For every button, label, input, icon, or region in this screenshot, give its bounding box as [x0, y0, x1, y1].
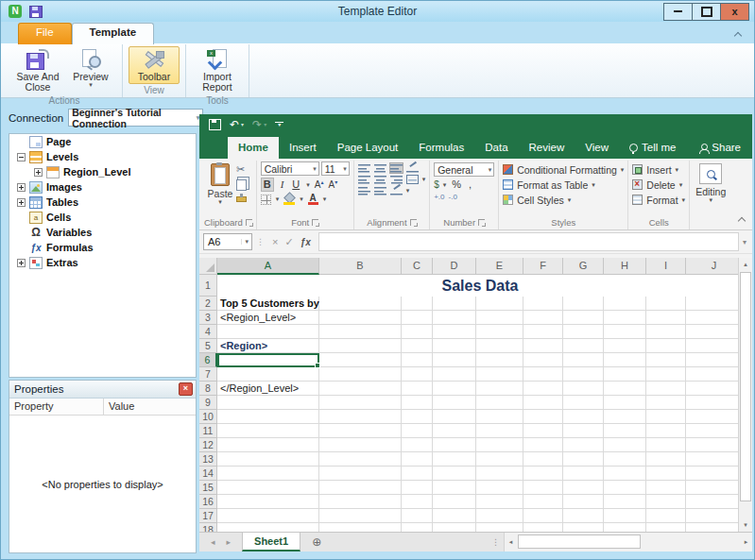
cell-G6[interactable]	[563, 353, 604, 367]
cell-E16[interactable]	[476, 495, 523, 509]
cell-E15[interactable]	[476, 481, 523, 495]
row-header-6[interactable]: 6	[199, 353, 217, 367]
cell-F13[interactable]	[523, 452, 563, 467]
cell-A11[interactable]	[217, 424, 319, 438]
format-cells-button[interactable]: Format▾	[632, 193, 685, 207]
cell-F15[interactable]	[523, 481, 563, 495]
tree-item-levels[interactable]: Levels	[9, 149, 196, 164]
cell-G9[interactable]	[563, 396, 604, 410]
paste-button[interactable]: Paste ▾	[204, 161, 236, 205]
cell-D13[interactable]	[433, 452, 476, 467]
cell-B13[interactable]	[319, 452, 402, 467]
cell-A8[interactable]: </Region_Level>	[217, 382, 319, 396]
cell-D18[interactable]	[433, 523, 476, 532]
dialog-launcher-icon[interactable]	[246, 219, 252, 226]
cell-J11[interactable]	[686, 424, 738, 438]
cell-H14[interactable]	[604, 467, 646, 481]
cell-A7[interactable]	[217, 367, 319, 382]
fill-color-icon[interactable]	[283, 194, 295, 205]
cell-C14[interactable]	[402, 467, 433, 481]
close-button[interactable]: x	[720, 3, 749, 21]
comma-style-icon[interactable]: ,	[467, 178, 473, 191]
cell-J17[interactable]	[686, 509, 738, 523]
formula-input[interactable]	[318, 232, 739, 251]
dialog-launcher-icon[interactable]	[478, 219, 485, 226]
cell-D14[interactable]	[433, 467, 476, 481]
font-color-icon[interactable]: A	[308, 194, 318, 205]
cell-B7[interactable]	[319, 367, 402, 382]
row-header-12[interactable]: 12	[199, 438, 217, 452]
cell-J14[interactable]	[686, 467, 738, 481]
cell-A18[interactable]	[217, 523, 319, 532]
tree-item-tables[interactable]: Tables	[9, 195, 196, 210]
decrease-decimal-icon[interactable]: -.0	[449, 193, 457, 201]
cell-A15[interactable]	[217, 481, 319, 495]
confirm-entry-icon[interactable]: ✓	[284, 236, 293, 248]
scroll-down-icon[interactable]: ▾	[739, 518, 752, 532]
dialog-launcher-icon[interactable]	[312, 219, 318, 226]
row-header-15[interactable]: 15	[199, 481, 217, 495]
tree-item-page[interactable]: Page	[9, 134, 196, 149]
cell-E9[interactable]	[476, 396, 523, 410]
cell-G4[interactable]	[563, 325, 604, 339]
preview-button[interactable]: Preview ▾	[65, 46, 116, 90]
cell-A13[interactable]	[217, 452, 319, 467]
cell-E4[interactable]	[476, 325, 523, 339]
cell-A14[interactable]	[217, 467, 319, 481]
cell-I15[interactable]	[646, 481, 686, 495]
cell-H15[interactable]	[604, 481, 646, 495]
cell-E13[interactable]	[476, 452, 523, 467]
cell-B11[interactable]	[319, 424, 402, 438]
tree-item-region_level[interactable]: Region_Level	[9, 164, 196, 179]
cell-G16[interactable]	[563, 495, 604, 509]
cell-J7[interactable]	[686, 367, 738, 382]
cell-J3[interactable]	[686, 311, 738, 325]
cell-F6[interactable]	[523, 353, 563, 367]
save-and-close-button[interactable]: Save AndClose	[12, 46, 63, 94]
format-painter-icon[interactable]	[236, 196, 247, 202]
font-size-combo[interactable]: 11▾	[321, 161, 350, 176]
cell-J8[interactable]	[686, 382, 738, 396]
cell-H9[interactable]	[604, 396, 646, 410]
cell-I2[interactable]	[646, 297, 686, 311]
cell-E6[interactable]	[476, 353, 523, 367]
percent-style-icon[interactable]: %	[450, 178, 463, 191]
row-header-18[interactable]: 18	[199, 523, 217, 532]
cell-C6[interactable]	[402, 353, 433, 367]
cell-C13[interactable]	[402, 452, 433, 467]
cell-H2[interactable]	[604, 297, 646, 311]
toolbar-toggle-button[interactable]: Toolbar	[129, 46, 180, 84]
cell-F4[interactable]	[523, 325, 563, 339]
horizontal-scrollbar-thumb[interactable]	[518, 535, 641, 549]
scroll-left-icon[interactable]: ◂	[505, 533, 517, 552]
delete-cells-button[interactable]: Delete▾	[632, 178, 685, 192]
cell-G7[interactable]	[563, 367, 604, 382]
conditional-formatting-button[interactable]: Conditional Formatting▾	[503, 162, 624, 177]
cell-J18[interactable]	[686, 523, 738, 532]
properties-close-button[interactable]: ×	[179, 382, 193, 396]
cell-I16[interactable]	[646, 495, 686, 509]
cell-H18[interactable]	[604, 523, 646, 532]
dialog-launcher-icon[interactable]	[410, 219, 417, 226]
cell-E17[interactable]	[476, 509, 523, 523]
tree-item-extras[interactable]: Extras	[9, 255, 196, 270]
cell-J13[interactable]	[686, 452, 738, 467]
cell-H12[interactable]	[604, 438, 646, 452]
cell-C11[interactable]	[402, 424, 433, 438]
cell-E14[interactable]	[476, 467, 523, 481]
cell-D8[interactable]	[433, 382, 476, 396]
vertical-scrollbar-thumb[interactable]	[740, 272, 751, 501]
expander-plus-icon[interactable]	[17, 198, 26, 207]
row-header-11[interactable]: 11	[199, 424, 217, 438]
insert-cells-button[interactable]: Insert▾	[632, 162, 685, 177]
cell-B16[interactable]	[319, 495, 402, 509]
cell-C15[interactable]	[402, 481, 433, 495]
row-header-7[interactable]: 7	[199, 367, 217, 382]
expander-plus-icon[interactable]	[34, 168, 43, 177]
selected-cell-outline[interactable]	[217, 353, 319, 367]
cell-J12[interactable]	[686, 438, 738, 452]
properties-col-value[interactable]: Value	[104, 399, 196, 415]
cell-H10[interactable]	[604, 410, 646, 424]
cell-C2[interactable]	[402, 297, 433, 311]
cell-B12[interactable]	[319, 438, 402, 452]
